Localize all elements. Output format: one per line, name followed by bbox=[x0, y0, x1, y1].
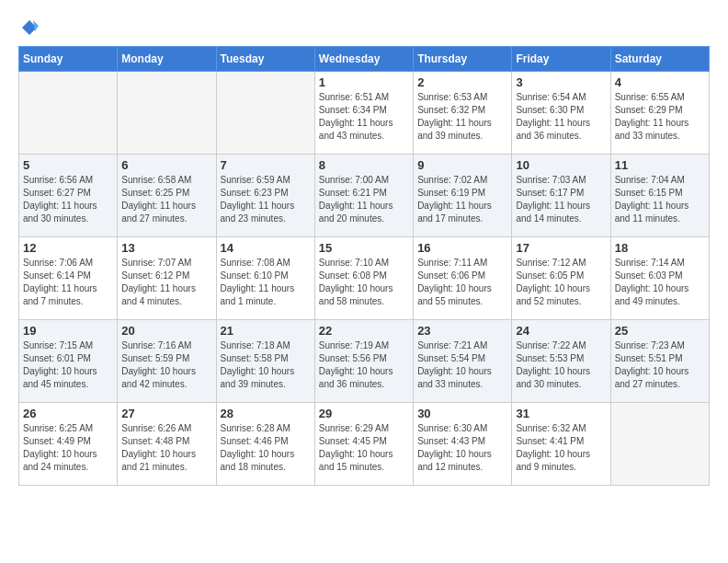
day-info: Sunrise: 7:15 AM Sunset: 6:01 PM Dayligh… bbox=[23, 339, 113, 391]
day-info: Sunrise: 7:10 AM Sunset: 6:08 PM Dayligh… bbox=[319, 257, 409, 308]
day-info: Sunrise: 6:30 AM Sunset: 4:43 PM Dayligh… bbox=[417, 422, 507, 474]
day-number: 8 bbox=[319, 158, 409, 172]
day-number: 21 bbox=[221, 324, 311, 338]
calendar-empty-cell bbox=[118, 72, 216, 155]
day-number: 14 bbox=[221, 241, 311, 255]
calendar-day-7: 7Sunrise: 6:59 AM Sunset: 6:23 PM Daylig… bbox=[216, 155, 314, 237]
day-number: 1 bbox=[319, 75, 409, 89]
calendar-day-3: 3Sunrise: 6:54 AM Sunset: 6:30 PM Daylig… bbox=[512, 72, 610, 155]
calendar-day-12: 12Sunrise: 7:06 AM Sunset: 6:14 PM Dayli… bbox=[19, 237, 118, 320]
day-info: Sunrise: 7:21 AM Sunset: 5:54 PM Dayligh… bbox=[417, 339, 507, 391]
day-number: 2 bbox=[417, 75, 507, 89]
weekday-header-saturday: Saturday bbox=[610, 47, 709, 72]
calendar-day-21: 21Sunrise: 7:18 AM Sunset: 5:58 PM Dayli… bbox=[216, 320, 314, 403]
day-info: Sunrise: 7:14 AM Sunset: 6:03 PM Dayligh… bbox=[615, 257, 705, 308]
day-number: 27 bbox=[121, 407, 211, 420]
day-number: 16 bbox=[417, 241, 507, 255]
calendar-week-row: 1Sunrise: 6:51 AM Sunset: 6:34 PM Daylig… bbox=[19, 72, 710, 155]
day-number: 5 bbox=[23, 158, 113, 172]
day-number: 13 bbox=[121, 241, 211, 255]
day-info: Sunrise: 7:23 AM Sunset: 5:51 PM Dayligh… bbox=[615, 339, 705, 391]
day-info: Sunrise: 7:19 AM Sunset: 5:56 PM Dayligh… bbox=[319, 339, 409, 391]
day-number: 31 bbox=[516, 407, 606, 420]
calendar-day-31: 31Sunrise: 6:32 AM Sunset: 4:41 PM Dayli… bbox=[512, 403, 610, 486]
day-info: Sunrise: 6:54 AM Sunset: 6:30 PM Dayligh… bbox=[516, 91, 606, 143]
calendar-day-30: 30Sunrise: 6:30 AM Sunset: 4:43 PM Dayli… bbox=[414, 403, 512, 486]
calendar-table: SundayMondayTuesdayWednesdayThursdayFrid… bbox=[18, 46, 710, 486]
day-info: Sunrise: 6:32 AM Sunset: 4:41 PM Dayligh… bbox=[516, 422, 606, 474]
calendar-day-25: 25Sunrise: 7:23 AM Sunset: 5:51 PM Dayli… bbox=[610, 320, 709, 403]
calendar-day-26: 26Sunrise: 6:25 AM Sunset: 4:49 PM Dayli… bbox=[19, 403, 118, 486]
day-info: Sunrise: 6:25 AM Sunset: 4:49 PM Dayligh… bbox=[23, 422, 113, 474]
logo-icon bbox=[20, 18, 39, 37]
calendar-day-23: 23Sunrise: 7:21 AM Sunset: 5:54 PM Dayli… bbox=[414, 320, 512, 403]
day-info: Sunrise: 7:02 AM Sunset: 6:19 PM Dayligh… bbox=[417, 174, 507, 225]
weekday-header-sunday: Sunday bbox=[19, 47, 118, 72]
day-info: Sunrise: 7:11 AM Sunset: 6:06 PM Dayligh… bbox=[417, 257, 507, 308]
calendar-day-13: 13Sunrise: 7:07 AM Sunset: 6:12 PM Dayli… bbox=[118, 237, 216, 320]
logo bbox=[18, 18, 39, 37]
day-number: 25 bbox=[615, 324, 705, 338]
day-info: Sunrise: 7:18 AM Sunset: 5:58 PM Dayligh… bbox=[221, 339, 311, 391]
calendar-day-29: 29Sunrise: 6:29 AM Sunset: 4:45 PM Dayli… bbox=[314, 403, 413, 486]
day-number: 6 bbox=[121, 158, 211, 172]
day-number: 19 bbox=[23, 324, 113, 338]
day-info: Sunrise: 6:55 AM Sunset: 6:29 PM Dayligh… bbox=[615, 91, 705, 143]
day-info: Sunrise: 6:59 AM Sunset: 6:23 PM Dayligh… bbox=[221, 174, 311, 225]
calendar-day-14: 14Sunrise: 7:08 AM Sunset: 6:10 PM Dayli… bbox=[216, 237, 314, 320]
calendar-day-9: 9Sunrise: 7:02 AM Sunset: 6:19 PM Daylig… bbox=[414, 155, 512, 237]
page-header bbox=[18, 18, 710, 37]
day-number: 10 bbox=[516, 158, 606, 172]
calendar-day-22: 22Sunrise: 7:19 AM Sunset: 5:56 PM Dayli… bbox=[314, 320, 413, 403]
calendar-day-18: 18Sunrise: 7:14 AM Sunset: 6:03 PM Dayli… bbox=[610, 237, 709, 320]
day-number: 24 bbox=[516, 324, 606, 338]
calendar-day-10: 10Sunrise: 7:03 AM Sunset: 6:17 PM Dayli… bbox=[512, 155, 610, 237]
day-number: 7 bbox=[221, 158, 311, 172]
calendar-day-6: 6Sunrise: 6:58 AM Sunset: 6:25 PM Daylig… bbox=[118, 155, 216, 237]
calendar-day-4: 4Sunrise: 6:55 AM Sunset: 6:29 PM Daylig… bbox=[610, 72, 709, 155]
day-number: 3 bbox=[516, 75, 606, 89]
day-number: 12 bbox=[23, 241, 113, 255]
calendar-day-15: 15Sunrise: 7:10 AM Sunset: 6:08 PM Dayli… bbox=[314, 237, 413, 320]
day-number: 29 bbox=[319, 407, 409, 420]
day-info: Sunrise: 6:29 AM Sunset: 4:45 PM Dayligh… bbox=[319, 422, 409, 474]
calendar-day-20: 20Sunrise: 7:16 AM Sunset: 5:59 PM Dayli… bbox=[118, 320, 216, 403]
day-number: 22 bbox=[319, 324, 409, 338]
calendar-day-24: 24Sunrise: 7:22 AM Sunset: 5:53 PM Dayli… bbox=[512, 320, 610, 403]
calendar-day-2: 2Sunrise: 6:53 AM Sunset: 6:32 PM Daylig… bbox=[414, 72, 512, 155]
day-info: Sunrise: 7:04 AM Sunset: 6:15 PM Dayligh… bbox=[615, 174, 705, 225]
calendar-week-row: 19Sunrise: 7:15 AM Sunset: 6:01 PM Dayli… bbox=[19, 320, 710, 403]
day-info: Sunrise: 7:12 AM Sunset: 6:05 PM Dayligh… bbox=[516, 257, 606, 308]
day-info: Sunrise: 7:00 AM Sunset: 6:21 PM Dayligh… bbox=[319, 174, 409, 225]
day-number: 26 bbox=[23, 407, 113, 420]
day-number: 11 bbox=[615, 158, 705, 172]
day-number: 17 bbox=[516, 241, 606, 255]
weekday-header-wednesday: Wednesday bbox=[314, 47, 413, 72]
day-info: Sunrise: 7:07 AM Sunset: 6:12 PM Dayligh… bbox=[121, 257, 211, 308]
day-number: 28 bbox=[221, 407, 311, 420]
day-info: Sunrise: 6:28 AM Sunset: 4:46 PM Dayligh… bbox=[221, 422, 311, 474]
calendar-week-row: 12Sunrise: 7:06 AM Sunset: 6:14 PM Dayli… bbox=[19, 237, 710, 320]
weekday-header-row: SundayMondayTuesdayWednesdayThursdayFrid… bbox=[19, 47, 710, 72]
calendar-empty-cell bbox=[610, 403, 709, 486]
day-info: Sunrise: 6:58 AM Sunset: 6:25 PM Dayligh… bbox=[121, 174, 211, 225]
day-info: Sunrise: 7:03 AM Sunset: 6:17 PM Dayligh… bbox=[516, 174, 606, 225]
calendar-day-19: 19Sunrise: 7:15 AM Sunset: 6:01 PM Dayli… bbox=[19, 320, 118, 403]
calendar-empty-cell bbox=[216, 72, 314, 155]
day-number: 20 bbox=[121, 324, 211, 338]
calendar-empty-cell bbox=[19, 72, 118, 155]
calendar-week-row: 5Sunrise: 6:56 AM Sunset: 6:27 PM Daylig… bbox=[19, 155, 710, 237]
calendar-day-28: 28Sunrise: 6:28 AM Sunset: 4:46 PM Dayli… bbox=[216, 403, 314, 486]
weekday-header-friday: Friday bbox=[512, 47, 610, 72]
day-info: Sunrise: 6:26 AM Sunset: 4:48 PM Dayligh… bbox=[121, 422, 211, 474]
calendar-day-11: 11Sunrise: 7:04 AM Sunset: 6:15 PM Dayli… bbox=[610, 155, 709, 237]
calendar-day-5: 5Sunrise: 6:56 AM Sunset: 6:27 PM Daylig… bbox=[19, 155, 118, 237]
calendar-day-17: 17Sunrise: 7:12 AM Sunset: 6:05 PM Dayli… bbox=[512, 237, 610, 320]
weekday-header-monday: Monday bbox=[118, 47, 216, 72]
weekday-header-tuesday: Tuesday bbox=[216, 47, 314, 72]
calendar-day-1: 1Sunrise: 6:51 AM Sunset: 6:34 PM Daylig… bbox=[314, 72, 413, 155]
day-number: 23 bbox=[417, 324, 507, 338]
day-info: Sunrise: 7:08 AM Sunset: 6:10 PM Dayligh… bbox=[221, 257, 311, 308]
calendar-day-16: 16Sunrise: 7:11 AM Sunset: 6:06 PM Dayli… bbox=[414, 237, 512, 320]
calendar-day-27: 27Sunrise: 6:26 AM Sunset: 4:48 PM Dayli… bbox=[118, 403, 216, 486]
